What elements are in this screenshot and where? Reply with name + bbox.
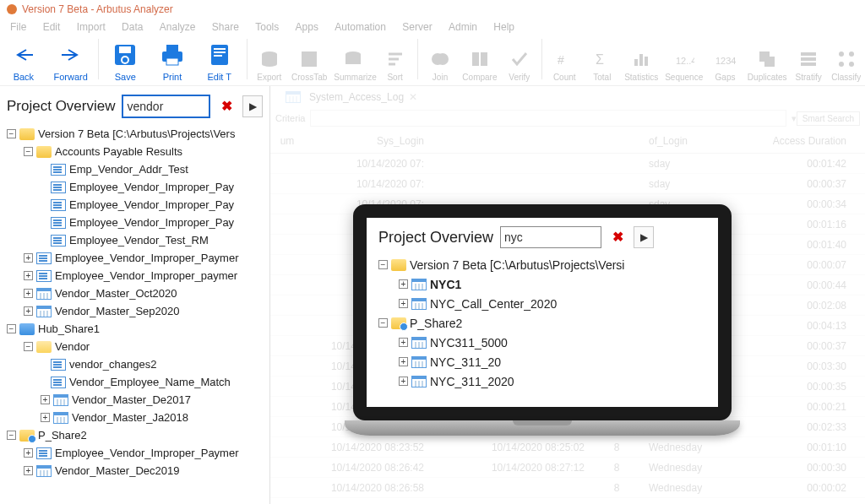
menu-import[interactable]: Import — [70, 21, 112, 33]
search-next-button[interactable]: ▶ — [634, 226, 654, 248]
tree-item[interactable]: Employee_Vendor_Improper_Pay — [3, 196, 266, 214]
crosstab-button[interactable]: CrossTab — [291, 47, 327, 82]
sort-button[interactable]: Sort — [379, 47, 411, 82]
clear-search-icon[interactable]: ✖ — [217, 97, 236, 116]
tree-pshare[interactable]: −P_Share2 — [3, 426, 266, 444]
save-button[interactable]: Save — [105, 40, 145, 82]
expand-icon[interactable]: + — [41, 413, 50, 422]
forward-button[interactable]: Forward — [51, 40, 91, 82]
col-day[interactable]: of_Login — [642, 135, 752, 147]
col-login[interactable]: Sys_Login — [304, 135, 431, 147]
export-button[interactable]: Export — [253, 47, 285, 82]
collapse-icon[interactable]: − — [7, 431, 16, 440]
tree-item[interactable]: +NYC311_5000 — [375, 333, 710, 352]
edit-button[interactable]: Edit T — [199, 40, 240, 82]
project-search[interactable] — [122, 95, 210, 118]
tree-item[interactable]: +Vendor_Master_Dec2019 — [3, 462, 266, 480]
tree-accounts-payable[interactable]: −Accounts Payable Results — [3, 143, 266, 160]
tree-item[interactable]: +Employee_Vendor_Improper_Paymer — [3, 249, 266, 267]
clear-search-icon[interactable]: ✖ — [608, 228, 627, 247]
verify-button[interactable]: Verify — [503, 47, 535, 82]
expand-icon[interactable]: + — [24, 289, 33, 298]
expand-icon[interactable]: + — [399, 279, 408, 289]
tree-root[interactable]: −Version 7 Beta [C:\Arbutus\Projects\Ver… — [3, 125, 266, 143]
laptop-search[interactable] — [500, 226, 601, 248]
project-search-input[interactable] — [123, 100, 209, 113]
menu-automation[interactable]: Automation — [328, 21, 393, 33]
stratify-button[interactable]: Stratify — [793, 47, 824, 82]
collapse-icon[interactable]: − — [24, 342, 33, 351]
collapse-icon[interactable]: − — [7, 129, 16, 138]
expand-icon[interactable]: + — [24, 271, 33, 280]
join-button[interactable]: Join — [425, 47, 456, 82]
menu-admin[interactable]: Admin — [442, 21, 484, 33]
tree-pshare[interactable]: −P_Share2 — [375, 313, 710, 333]
menu-edit[interactable]: Edit — [36, 21, 68, 33]
table-row[interactable]: 10/14/2020 07:sday00:00:37 — [270, 174, 865, 194]
tree-item[interactable]: +Employee_Vendor_Improper_Paymer — [3, 444, 266, 462]
laptop-search-input[interactable] — [501, 230, 601, 244]
tree-item[interactable]: Emp_Vendor_Addr_Test — [3, 160, 266, 178]
tree-item[interactable]: Employee_Vendor_Improper_Pay — [3, 178, 266, 196]
tree-item[interactable]: +Vendor_Master_Ja2018 — [3, 409, 266, 426]
expand-icon[interactable]: + — [24, 306, 33, 316]
tree-item[interactable]: +Employee_Vendor_Improper_paymer — [3, 267, 266, 285]
menu-data[interactable]: Data — [115, 21, 150, 33]
table-row[interactable]: 10/14/2020 08:23:5210/14/2020 08:25:028W… — [270, 437, 865, 458]
menu-server[interactable]: Server — [395, 21, 438, 33]
classify-button[interactable]: Classify — [830, 47, 862, 82]
tree-item[interactable]: Employee_Vendor_Improper_Pay — [3, 214, 266, 231]
menu-share[interactable]: Share — [205, 21, 246, 33]
table-row[interactable]: 10/14/2020 07:sday00:01:42 — [270, 154, 865, 174]
collapse-icon[interactable]: − — [24, 147, 33, 156]
tree-item[interactable]: +Vendor_Master_Oct2020 — [3, 285, 266, 302]
expand-icon[interactable]: + — [24, 466, 33, 475]
statistics-button[interactable]: Statistics — [624, 47, 658, 82]
gaps-button[interactable]: 1234Gaps — [710, 47, 741, 82]
close-icon[interactable]: ✕ — [409, 91, 417, 103]
duplicates-button[interactable]: Duplicates — [748, 47, 786, 82]
menu-help[interactable]: Help — [487, 21, 521, 33]
col-num[interactable]: um — [270, 135, 304, 147]
criteria-input[interactable] — [310, 110, 786, 127]
table-row[interactable]: 10/14/2020 08:26:4210/14/2020 08:27:128W… — [270, 458, 865, 478]
menu-apps[interactable]: Apps — [289, 21, 325, 33]
back-button[interactable]: Back — [3, 40, 44, 82]
tree-item[interactable]: +NYC_Call_Center_2020 — [375, 294, 710, 313]
tree-hub-share[interactable]: −Hub_Share1 — [3, 320, 266, 338]
menu-analyze[interactable]: Analyze — [153, 21, 203, 33]
expand-icon[interactable]: + — [24, 253, 33, 263]
menu-tools[interactable]: Tools — [248, 21, 286, 33]
expand-icon[interactable]: + — [399, 357, 408, 366]
total-button[interactable]: ΣTotal — [587, 47, 618, 82]
tree-item[interactable]: +Vendor_Master_Sep2020 — [3, 302, 266, 320]
expand-icon[interactable]: + — [24, 448, 33, 458]
expand-icon[interactable]: + — [399, 299, 408, 308]
tree-item[interactable]: +Vendor_Master_De2017 — [3, 391, 266, 409]
tree-item[interactable]: +NYC_311_2020 — [375, 371, 710, 391]
collapse-icon[interactable]: − — [378, 318, 388, 328]
collapse-icon[interactable]: − — [7, 324, 16, 333]
expand-icon[interactable]: + — [41, 395, 50, 404]
smart-search-button[interactable]: Smart Search — [797, 111, 860, 126]
tab-system-access-log[interactable]: System_Access_Log ✕ — [279, 89, 424, 105]
tree-item[interactable]: vendor_changes2 — [3, 355, 266, 373]
search-next-button[interactable]: ▶ — [242, 95, 263, 117]
menu-file[interactable]: File — [3, 21, 33, 33]
tree-item[interactable]: Vendor_Employee_Name_Match — [3, 373, 266, 391]
tree-item[interactable]: +NYC1 — [375, 274, 710, 294]
table-row[interactable]: 10/14/2020 08:26:588Wednesday00:00:02 — [270, 478, 865, 498]
tree-vendor-folder[interactable]: −Vendor — [3, 338, 266, 355]
expand-icon[interactable]: + — [399, 338, 408, 347]
expand-icon[interactable]: + — [399, 377, 408, 386]
tree-item[interactable]: Employee_Vendor_Test_RM — [3, 231, 266, 249]
count-button[interactable]: #Count — [549, 47, 580, 82]
print-button[interactable]: Print — [152, 40, 193, 82]
collapse-icon[interactable]: − — [378, 260, 388, 269]
tree-item[interactable]: +NYC_311_20 — [375, 352, 710, 371]
col-dur[interactable]: Access Duration — [752, 135, 853, 147]
tree-root[interactable]: −Version 7 Beta [C:\Arbutus\Projects\Ver… — [375, 255, 710, 274]
summarize-button[interactable]: Summarize — [334, 47, 373, 82]
sequence-button[interactable]: 12..4Sequence — [665, 47, 703, 82]
compare-button[interactable]: Compare — [462, 47, 497, 82]
